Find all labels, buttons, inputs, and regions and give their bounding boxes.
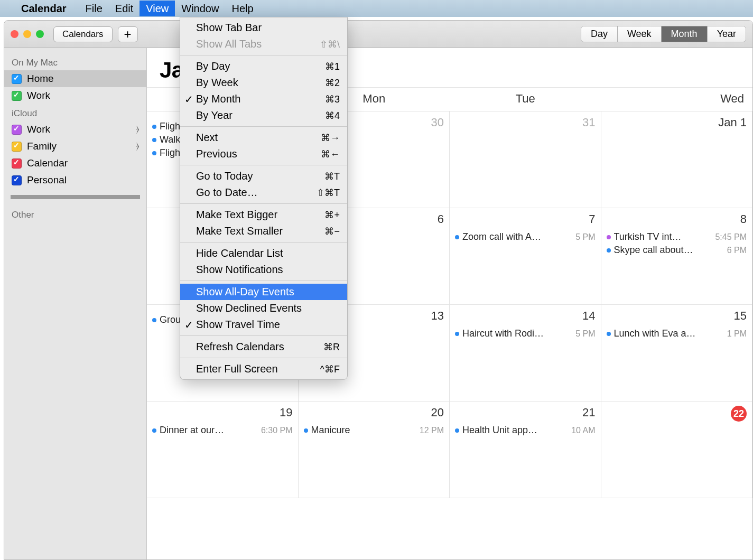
calendar-window: Calendars + DayWeekMonthYear On My MacHo…: [4, 20, 753, 560]
menu-item[interactable]: Hide Calendar List: [180, 245, 347, 262]
day-cell[interactable]: 8Turkish TV int…5:45 PMSkype call about……: [601, 208, 753, 305]
menu-item-label: Go to Date…: [196, 186, 258, 199]
calendars-button[interactable]: Calendars: [53, 26, 113, 42]
event-item[interactable]: Dinner at our…6:30 PM: [152, 425, 293, 436]
calendar-checkbox[interactable]: [12, 175, 22, 185]
menu-file[interactable]: File: [79, 1, 109, 16]
menu-item[interactable]: Show Tab Bar: [180, 20, 347, 36]
calendar-checkbox[interactable]: [12, 142, 22, 152]
event-item[interactable]: Manicure12 PM: [304, 425, 444, 436]
minimize-window-button[interactable]: [23, 30, 31, 38]
view-mode-year[interactable]: Year: [708, 26, 746, 42]
day-cell[interactable]: Jan 1: [601, 111, 753, 208]
checkmark-icon: ✓: [184, 93, 193, 106]
menu-edit[interactable]: Edit: [109, 1, 140, 16]
event-item[interactable]: Turkish TV int…5:45 PM: [607, 231, 747, 242]
menu-window[interactable]: Window: [175, 1, 225, 16]
sidebar-calendar-item[interactable]: Calendar: [4, 155, 146, 172]
app-name[interactable]: Calendar: [21, 3, 67, 15]
event-time: 5 PM: [575, 329, 595, 339]
day-number: 20: [304, 406, 444, 419]
menu-item[interactable]: ✓By Month⌘3: [180, 91, 347, 107]
view-mode-day[interactable]: Day: [581, 26, 618, 42]
menu-view[interactable]: View: [140, 1, 175, 16]
day-cell[interactable]: 7Zoom call with A…5 PM: [450, 208, 601, 305]
day-cell[interactable]: 21Health Unit app…10 AM: [450, 402, 601, 498]
menu-item-label: Show Notifications: [196, 264, 283, 276]
menu-shortcut: ^⌘F: [320, 363, 340, 375]
day-cell[interactable]: 14Haircut with Rodi…5 PM: [450, 305, 601, 402]
menu-item-label: Show All Tabs: [196, 38, 262, 50]
menu-item[interactable]: Show Declined Events: [180, 300, 347, 316]
menu-item[interactable]: Make Text Smaller⌘−: [180, 223, 347, 239]
event-item[interactable]: Haircut with Rodi…5 PM: [455, 328, 596, 339]
menu-item[interactable]: Enter Full Screen^⌘F: [180, 361, 347, 377]
menu-shortcut: ⌘←: [321, 148, 340, 160]
day-number: 31: [455, 116, 596, 129]
close-window-button[interactable]: [11, 30, 18, 38]
event-color-dot: [455, 235, 459, 239]
day-cell[interactable]: 15Lunch with Eva a…1 PM: [601, 305, 753, 402]
event-title: Lunch with Eva a…: [614, 328, 724, 339]
sidebar-calendar-item[interactable]: Personal: [4, 172, 146, 189]
menu-item-label: Show Tab Bar: [196, 22, 262, 34]
day-cell[interactable]: 22: [601, 402, 753, 498]
view-mode-week[interactable]: Week: [618, 26, 662, 42]
menu-item[interactable]: By Year⌘4: [180, 107, 347, 124]
sidebar-calendar-item[interactable]: Work⦒: [4, 121, 146, 138]
event-color-dot: [152, 125, 156, 129]
day-cell[interactable]: 19Dinner at our…6:30 PM: [147, 402, 299, 498]
sidebar-calendar-item[interactable]: Family⦒: [4, 138, 146, 155]
event-title: Haircut with Rodi…: [462, 328, 572, 339]
window-controls: [11, 30, 44, 38]
menu-item[interactable]: By Day⌘1: [180, 58, 347, 74]
menu-item[interactable]: Go to Today⌘T: [180, 168, 347, 184]
sidebar-calendar-item[interactable]: Work: [4, 87, 146, 104]
menu-item-label: Previous: [196, 148, 237, 160]
calendar-checkbox[interactable]: [12, 158, 22, 169]
calendar-checkbox[interactable]: [12, 125, 22, 135]
day-cell[interactable]: 31: [450, 111, 601, 208]
calendar-label: Home: [27, 73, 54, 85]
menu-item[interactable]: Refresh Calendars⌘R: [180, 339, 347, 355]
menu-separator: [180, 281, 347, 281]
zoom-window-button[interactable]: [36, 30, 44, 38]
menu-item[interactable]: ✓Show Travel Time: [180, 316, 347, 333]
menu-shortcut: ⌘3: [325, 94, 340, 105]
add-button[interactable]: +: [118, 26, 138, 42]
event-time: 1 PM: [727, 329, 747, 339]
sidebar-heading: iCloud: [4, 104, 146, 121]
menu-help[interactable]: Help: [225, 1, 259, 16]
event-item[interactable]: Zoom call with A…5 PM: [455, 231, 596, 242]
event-time: 12 PM: [420, 426, 444, 435]
menu-item[interactable]: By Week⌘2: [180, 74, 347, 91]
menu-item[interactable]: Show All-Day Events: [180, 284, 347, 300]
event-item[interactable]: Health Unit app…10 AM: [455, 425, 596, 436]
event-title: Zoom call with A…: [462, 231, 572, 242]
menu-item-label: Make Text Smaller: [196, 225, 283, 237]
event-item[interactable]: Skype call about…6 PM: [607, 245, 747, 256]
view-mode-segmented: DayWeekMonthYear: [581, 26, 746, 42]
menu-shortcut: ⌘R: [323, 341, 340, 353]
calendar-checkbox[interactable]: [12, 91, 22, 101]
sidebar-heading-other: Other: [4, 206, 146, 222]
view-mode-month[interactable]: Month: [662, 26, 708, 42]
event-title: Skype call about…: [614, 245, 724, 256]
sidebar-calendar-item[interactable]: Home: [4, 70, 146, 87]
calendar-checkbox[interactable]: [12, 74, 22, 84]
menu-shortcut: ⌘1: [325, 61, 340, 72]
calendar-label: Work: [27, 90, 50, 101]
day-cell[interactable]: 20Manicure12 PM: [299, 402, 450, 498]
menu-item[interactable]: Go to Date…⇧⌘T: [180, 184, 347, 201]
day-number: 7: [455, 212, 596, 226]
menu-item[interactable]: Show Notifications: [180, 262, 347, 278]
menu-item-label: By Week: [196, 77, 238, 89]
menu-item[interactable]: Next⌘→: [180, 129, 347, 146]
menu-item[interactable]: Previous⌘←: [180, 146, 347, 162]
menu-separator: [180, 203, 347, 204]
event-item[interactable]: Lunch with Eva a…1 PM: [607, 328, 747, 339]
menu-item-label: Show Declined Events: [196, 302, 302, 314]
menu-shortcut: ⇧⌘T: [317, 187, 340, 199]
menu-item[interactable]: Make Text Bigger⌘+: [180, 207, 347, 223]
event-time: 5:45 PM: [715, 232, 747, 242]
